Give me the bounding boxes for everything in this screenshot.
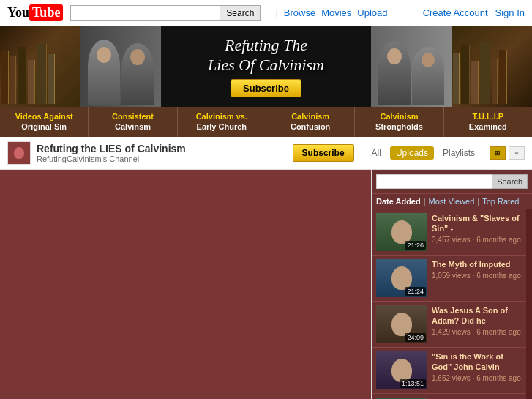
tab-playlists[interactable]: Playlists: [438, 146, 479, 160]
video-list-item[interactable]: 21:26Calvinism & "Slaves of Sin" -3,457 …: [372, 209, 526, 256]
scrollbar[interactable]: [526, 209, 532, 399]
banner-books-right: [452, 26, 532, 107]
video-duration: 1:13:51: [400, 379, 426, 388]
banner-people-left: [80, 26, 161, 107]
sidebar-video-list: 21:26Calvinism & "Slaves of Sin" -3,457 …: [372, 209, 526, 399]
video-list-item[interactable]: 21:24The Myth of Imputed1,059 views · 6 …: [372, 256, 526, 302]
create-account-link[interactable]: Create Account: [423, 7, 488, 18]
video-thumbnail: 21:26: [376, 213, 427, 251]
view-icons: ⊞ ≡: [490, 146, 525, 160]
video-title: Calvinism & "Slaves of Sin" -: [432, 213, 522, 234]
view-icon-grid[interactable]: ≡: [509, 146, 525, 160]
video-list-item[interactable]: 24:09Was Jesus A Son of Adam? Did he1,42…: [372, 302, 526, 348]
sign-in-link[interactable]: Sign In: [495, 7, 525, 18]
video-stats: 1,429 views · 6 months ago: [432, 327, 522, 338]
logo-you: You: [7, 5, 29, 20]
video-list-item[interactable]: 1:13:51"Sin is the Work of God" John Cal…: [372, 348, 526, 394]
video-thumbnail: 21:24: [376, 259, 427, 297]
cat-tab-1[interactable]: Consistent Calvinsm: [89, 107, 177, 137]
channel-tabs: All Uploads Playlists: [367, 146, 479, 160]
video-duration: 21:26: [405, 241, 426, 250]
sidebar-sort: Date Added | Most Viewed | Top Rated: [372, 194, 532, 209]
sort-top-rated[interactable]: Top Rated: [482, 197, 519, 206]
nav-browse[interactable]: Browse: [284, 7, 315, 18]
tab-all[interactable]: All: [367, 146, 386, 160]
cat-tab-2[interactable]: Calvinism vs. Early Church: [178, 107, 266, 137]
video-thumbnail: 24:09: [376, 305, 427, 343]
logo-tube: Tube: [29, 4, 63, 21]
channel-name: Refuting the LIES of Calvinism: [37, 143, 287, 154]
nav-upload[interactable]: Upload: [357, 7, 387, 18]
channel-icon: [7, 141, 31, 165]
banner-center: Refuting The Lies Of Calvinism Subscribe: [161, 26, 371, 107]
banner-people-right: [371, 26, 452, 107]
sort-most-viewed[interactable]: Most Viewed: [429, 197, 475, 206]
search-input[interactable]: [70, 5, 220, 21]
sidebar: Search Date Added | Most Viewed | Top Ra…: [371, 170, 532, 399]
channel-info: Refuting the LIES of Calvinism RefutingC…: [37, 143, 287, 163]
nav-movies[interactable]: Movies: [321, 7, 351, 18]
video-stats: 3,457 views · 6 months ago: [432, 235, 522, 245]
banner-subscribe-button[interactable]: Subscribe: [231, 79, 301, 97]
video-duration: 24:09: [405, 333, 426, 342]
video-player-area[interactable]: [0, 170, 371, 399]
banner-books-left: [0, 26, 80, 107]
video-duration: 21:24: [405, 287, 426, 296]
sidebar-search-button[interactable]: Search: [492, 174, 528, 189]
cat-tab-5[interactable]: T.U.L.I.P Examined: [444, 107, 532, 137]
video-stats: 1,059 views · 6 months ago: [432, 271, 522, 281]
header-account: Create Account Sign In: [423, 7, 525, 18]
video-title: "Sin is the Work of God" John Calvin: [432, 351, 522, 373]
video-title: The Myth of Imputed: [432, 259, 522, 269]
cat-tab-3[interactable]: Calvinism Confusion: [266, 107, 355, 137]
cat-tab-4[interactable]: Calvinism Strongholds: [355, 107, 443, 137]
banner-title: Refuting The Lies Of Calvinism: [208, 36, 324, 75]
logo[interactable]: YouTube: [7, 4, 63, 21]
channel-header: Refuting the LIES of Calvinism RefutingC…: [0, 137, 532, 170]
main-content: Search Date Added | Most Viewed | Top Ra…: [0, 170, 532, 399]
site-header: YouTube Search | Browse Movies Upload Cr…: [0, 0, 532, 26]
sidebar-search: Search: [372, 170, 532, 194]
search-form: Search: [70, 5, 261, 21]
video-list-item[interactable]: 0:48Beyond Augustine Teaser -views · 6 m…: [372, 394, 526, 399]
channel-subscribe-button[interactable]: Subscribe: [293, 144, 354, 162]
view-icon-list[interactable]: ⊞: [490, 146, 506, 160]
sidebar-search-input[interactable]: [376, 174, 492, 189]
sort-date-added[interactable]: Date Added: [376, 197, 421, 206]
channel-sub-name: RefutingCalvinism's Channel: [37, 154, 287, 163]
category-tabs: Videos Against Original Sin Consistent C…: [0, 107, 532, 137]
nav-links: | Browse Movies Upload: [275, 7, 387, 18]
cat-tab-0[interactable]: Videos Against Original Sin: [0, 107, 89, 137]
video-thumbnail: 1:13:51: [376, 351, 427, 389]
tab-uploads[interactable]: Uploads: [390, 146, 434, 160]
video-title: Was Jesus A Son of Adam? Did he: [432, 305, 522, 327]
video-stats: 1,652 views · 6 months ago: [432, 373, 522, 384]
channel-banner: Refuting The Lies Of Calvinism Subscribe: [0, 26, 532, 107]
search-button[interactable]: Search: [220, 5, 261, 21]
